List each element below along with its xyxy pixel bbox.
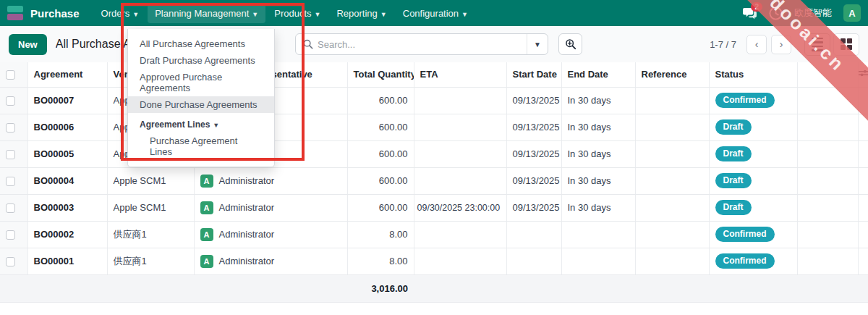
table-row[interactable]: BO00003 Apple SCM1 AAdministrator 600.00… (0, 194, 868, 221)
table-row[interactable]: BO00004 Apple SCM1 AAdministrator 600.00… (0, 167, 868, 194)
purchase-app-icon[interactable] (7, 5, 23, 21)
status-cell: Draft (709, 194, 797, 221)
chevron-down-icon: ▼ (252, 11, 258, 18)
start-date-cell: 09/13/2025 (506, 194, 561, 221)
end-date-cell: In 30 days (561, 167, 635, 194)
agreement-cell[interactable]: BO00006 (27, 114, 107, 140)
start-date-cell (506, 248, 561, 274)
search-icon (303, 39, 313, 49)
column-header-status[interactable]: Status (709, 62, 797, 87)
end-date-cell (561, 221, 635, 248)
representative-name: Administrator (219, 256, 275, 266)
agreement-cell[interactable]: BO00003 (27, 194, 107, 221)
search-input[interactable] (318, 39, 527, 50)
kanban-view-button[interactable] (833, 33, 859, 56)
list-view-button[interactable] (804, 33, 830, 56)
message-count-badge: 2 (751, 2, 762, 12)
advanced-search-button[interactable] (558, 33, 582, 55)
app-name[interactable]: Purchase (30, 7, 80, 20)
row-checkbox[interactable] (6, 257, 15, 266)
table-row[interactable]: BO00002 供应商1 AAdministrator 8.00 Confirm… (0, 221, 868, 248)
reference-cell (635, 248, 709, 274)
row-checkbox[interactable] (6, 177, 15, 186)
new-button[interactable]: New (9, 34, 47, 55)
end-date-cell (561, 248, 635, 274)
chevron-down-icon: ▼ (380, 11, 387, 18)
agreement-cell[interactable]: BO00001 (27, 248, 107, 274)
row-checkbox[interactable] (6, 203, 15, 213)
row-checkbox[interactable] (6, 123, 15, 133)
menu-reporting[interactable]: Reporting▼ (329, 4, 393, 23)
menu-orders[interactable]: Orders▼ (94, 4, 147, 23)
menu-products[interactable]: Products▼ (267, 4, 328, 23)
menu-section-agreement-lines[interactable]: Agreement Lines▼ (128, 113, 274, 133)
total-quantity-cell: 8.00 (347, 221, 414, 248)
eta-cell (414, 87, 506, 114)
total-quantity-sum: 3,016.00 (347, 274, 414, 302)
reference-cell (635, 194, 709, 221)
agreement-cell[interactable]: BO00004 (27, 167, 107, 194)
status-badge: Draft (715, 200, 752, 215)
menu-item-done-purchase-agreements[interactable]: Done Purchase Agreements (128, 96, 274, 113)
company-switcher[interactable]: 欧度智能 (794, 7, 832, 20)
agreement-cell[interactable]: BO00005 (27, 140, 107, 167)
row-checkbox[interactable] (6, 96, 15, 106)
agreement-cell[interactable]: BO00007 (27, 87, 107, 114)
pager-previous-button[interactable]: ‹ (746, 35, 767, 54)
representative-avatar: A (200, 255, 213, 268)
representative-avatar: A (200, 175, 213, 188)
view-switcher (804, 33, 859, 56)
table-total-row: 3,016.00 (0, 274, 868, 302)
chevron-down-icon: ▼ (213, 122, 219, 129)
status-cell: Draft (709, 114, 797, 140)
row-checkbox[interactable] (6, 150, 15, 159)
empty-cell (797, 194, 858, 221)
chevron-down-icon: ▼ (315, 11, 321, 18)
menu-item-purchase-agreement-lines[interactable]: Purchase Agreement Lines (128, 133, 274, 160)
status-badge: Draft (715, 173, 752, 188)
reference-cell (635, 114, 709, 140)
start-date-cell: 09/13/2025 (506, 140, 561, 167)
top-navbar: Purchase Orders▼ Planning Management▼ Pr… (0, 0, 868, 26)
column-header-eta[interactable]: ETA (414, 62, 506, 87)
user-avatar[interactable]: A (843, 4, 861, 22)
reference-cell (635, 167, 709, 194)
start-date-cell (506, 221, 561, 248)
pager-next-button[interactable]: › (771, 35, 791, 54)
messages-icon[interactable]: 2 (742, 6, 757, 20)
start-date-cell: 09/13/2025 (506, 167, 561, 194)
pager-range: 1-7 / 7 (710, 39, 736, 50)
empty-cell (797, 248, 858, 274)
column-header-end-date[interactable]: End Date (561, 62, 635, 87)
column-header-reference[interactable]: Reference (635, 62, 709, 87)
vendor-cell: 供应商1 (107, 221, 194, 248)
representative-name: Administrator (219, 202, 275, 213)
menu-item-draft-purchase-agreements[interactable]: Draft Purchase Agreements (128, 52, 274, 69)
table-row[interactable]: BO00001 供应商1 AAdministrator 8.00 Confirm… (0, 248, 868, 274)
activities-clock-icon[interactable] (768, 6, 783, 20)
eta-cell (414, 140, 506, 167)
column-header-agreement[interactable]: Agreement (27, 62, 107, 87)
reference-cell (635, 221, 709, 248)
column-header-total-quantity[interactable]: Total Quantity (347, 62, 414, 87)
empty-cell (797, 87, 858, 114)
total-quantity-cell: 600.00 (347, 114, 414, 140)
status-badge: Draft (715, 146, 752, 161)
representative-cell: AAdministrator (194, 194, 347, 221)
status-badge: Confirmed (715, 93, 775, 108)
column-header-start-date[interactable]: Start Date (506, 62, 561, 87)
agreement-cell[interactable]: BO00002 (27, 221, 107, 248)
menu-configuration[interactable]: Configuration▼ (396, 4, 475, 23)
optional-columns-button[interactable] (858, 62, 868, 87)
row-checkbox[interactable] (6, 230, 15, 240)
menu-planning-management[interactable]: Planning Management▼ (148, 4, 265, 23)
column-header-empty (797, 62, 858, 87)
eta-cell (414, 248, 506, 274)
vendor-cell: Apple SCM1 (107, 194, 194, 221)
menu-item-all-purchase-agreements[interactable]: All Purchase Agreements (128, 35, 274, 52)
menu-item-approved-purchase-agreements[interactable]: Approved Purchase Agreements (128, 69, 274, 96)
search-options-caret-icon[interactable]: ▼ (527, 41, 548, 49)
status-badge: Confirmed (715, 227, 775, 242)
select-all-checkbox[interactable] (6, 70, 15, 80)
status-cell: Draft (709, 140, 797, 167)
